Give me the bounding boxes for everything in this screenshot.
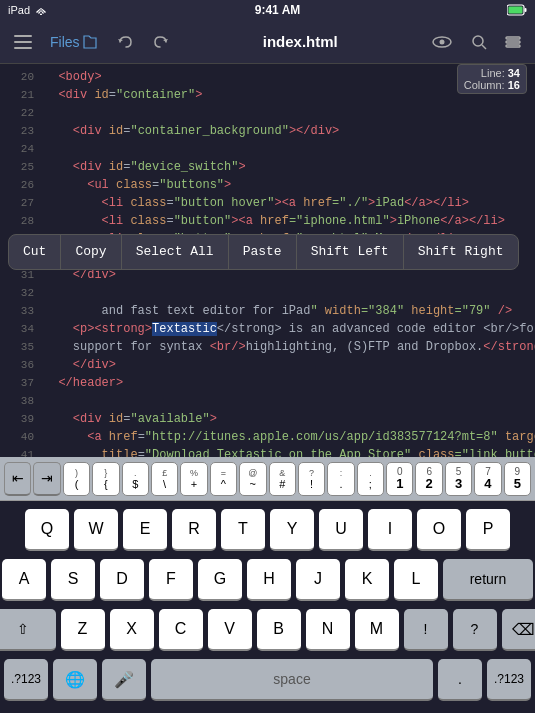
code-line: 32 bbox=[44, 284, 535, 302]
toolbar: Files index.html bbox=[0, 20, 535, 64]
key-j[interactable]: J bbox=[296, 559, 340, 601]
settings-button[interactable] bbox=[499, 30, 527, 54]
key-q[interactable]: Q bbox=[25, 509, 69, 551]
line-number: 28 bbox=[6, 212, 40, 230]
key-n[interactable]: N bbox=[306, 609, 350, 651]
num5-key[interactable]: 95 bbox=[504, 462, 531, 496]
context-menu: Cut Copy Select All Paste Shift Left Shi… bbox=[8, 234, 519, 270]
redo-button[interactable] bbox=[146, 30, 176, 54]
key-c[interactable]: C bbox=[159, 609, 203, 651]
line-number: 41 bbox=[6, 446, 40, 457]
caret-key[interactable]: =^ bbox=[210, 462, 237, 496]
key-h[interactable]: H bbox=[247, 559, 291, 601]
paren-key[interactable]: )( bbox=[63, 462, 90, 496]
key-d[interactable]: D bbox=[100, 559, 144, 601]
paste-button[interactable]: Paste bbox=[229, 235, 297, 269]
plus-key[interactable]: %+ bbox=[180, 462, 207, 496]
svg-rect-2 bbox=[524, 8, 526, 12]
tab-left-key[interactable]: ⇤ bbox=[4, 462, 31, 496]
num-switch-key-right[interactable]: .?123 bbox=[487, 659, 531, 701]
select-all-button[interactable]: Select All bbox=[122, 235, 229, 269]
emoji-key[interactable]: 🌐 bbox=[53, 659, 97, 701]
key-f[interactable]: F bbox=[149, 559, 193, 601]
line-content: and fast text editor for iPad" width="38… bbox=[44, 302, 535, 320]
tab-right-key[interactable]: ⇥ bbox=[33, 462, 60, 496]
code-line: 36 </div> bbox=[44, 356, 535, 374]
line-number: 36 bbox=[6, 356, 40, 374]
keyboard: Q W E R T Y U I O P A S D F G H J K L re… bbox=[0, 501, 535, 713]
undo-button[interactable] bbox=[110, 30, 140, 54]
num2-key[interactable]: 62 bbox=[415, 462, 442, 496]
copy-button[interactable]: Copy bbox=[61, 235, 121, 269]
keyboard-row-3: ⇧ Z X C V B N M ! ? ⌫ bbox=[4, 609, 531, 651]
files-button[interactable]: Files bbox=[44, 30, 104, 54]
line-number: 20 bbox=[6, 68, 40, 86]
sidebar-toggle-button[interactable] bbox=[8, 31, 38, 53]
wifi-icon bbox=[34, 5, 48, 15]
shift-left-button[interactable]: Shift Left bbox=[297, 235, 404, 269]
line-content: <ul class="buttons"> bbox=[44, 176, 535, 194]
code-line: 40 <a href="http://itunes.apple.com/us/a… bbox=[44, 428, 535, 446]
line-content bbox=[44, 140, 535, 158]
line-number: 34 bbox=[6, 320, 40, 338]
svg-rect-12 bbox=[506, 41, 520, 43]
code-line: 23 <div id="container_background"></div> bbox=[44, 122, 535, 140]
key-s[interactable]: S bbox=[51, 559, 95, 601]
dollar-key[interactable]: .$ bbox=[122, 462, 149, 496]
line-content: title="Download Textastic on the App Sto… bbox=[44, 446, 535, 457]
dot-bottom-key[interactable]: . bbox=[438, 659, 482, 701]
code-line: 27 <li class="button hover"><a href="./"… bbox=[44, 194, 535, 212]
line-content: <li class="button hover"><a href="./">iP… bbox=[44, 194, 535, 212]
cut-button[interactable]: Cut bbox=[9, 235, 61, 269]
key-l[interactable]: L bbox=[394, 559, 438, 601]
mic-key[interactable]: 🎤 bbox=[102, 659, 146, 701]
key-r[interactable]: R bbox=[172, 509, 216, 551]
line-content: <li class="button"><a href="iphone.html"… bbox=[44, 212, 535, 230]
num-switch-key[interactable]: .?123 bbox=[4, 659, 48, 701]
line-number: 33 bbox=[6, 302, 40, 320]
exclamation-key[interactable]: ! bbox=[404, 609, 448, 651]
key-u[interactable]: U bbox=[319, 509, 363, 551]
toolbar-right bbox=[425, 30, 527, 54]
code-line: 33 and fast text editor for iPad" width=… bbox=[44, 302, 535, 320]
code-editor[interactable]: 20 <body>21 <div id="container">2223 <di… bbox=[0, 64, 535, 457]
dot-key[interactable]: :. bbox=[327, 462, 354, 496]
key-g[interactable]: G bbox=[198, 559, 242, 601]
delete-key[interactable]: ⌫ bbox=[502, 609, 536, 651]
space-key[interactable]: space bbox=[151, 659, 433, 701]
shift-key[interactable]: ⇧ bbox=[0, 609, 56, 651]
key-b[interactable]: B bbox=[257, 609, 301, 651]
key-w[interactable]: W bbox=[74, 509, 118, 551]
key-m[interactable]: M bbox=[355, 609, 399, 651]
key-z[interactable]: Z bbox=[61, 609, 105, 651]
line-number: 35 bbox=[6, 338, 40, 356]
key-p[interactable]: P bbox=[466, 509, 510, 551]
search-button[interactable] bbox=[465, 30, 493, 54]
shift-right-button[interactable]: Shift Right bbox=[404, 235, 518, 269]
num3-key[interactable]: 53 bbox=[445, 462, 472, 496]
question-key[interactable]: ? bbox=[453, 609, 497, 651]
brace-key[interactable]: }{ bbox=[92, 462, 119, 496]
key-t[interactable]: T bbox=[221, 509, 265, 551]
key-y[interactable]: Y bbox=[270, 509, 314, 551]
line-number: 37 bbox=[6, 374, 40, 392]
svg-point-0 bbox=[40, 14, 42, 16]
tilde-key[interactable]: @~ bbox=[239, 462, 266, 496]
hash-key[interactable]: &# bbox=[269, 462, 296, 496]
excl-key[interactable]: ?! bbox=[298, 462, 325, 496]
key-a[interactable]: A bbox=[2, 559, 46, 601]
carrier-label: iPad bbox=[8, 4, 30, 16]
preview-button[interactable] bbox=[425, 31, 459, 53]
extra-keys-row: ⇤ ⇥ )( }{ .$ £\ %+ =^ @~ &# ?! :. .; 01 … bbox=[0, 457, 535, 501]
key-k[interactable]: K bbox=[345, 559, 389, 601]
key-x[interactable]: X bbox=[110, 609, 154, 651]
key-e[interactable]: E bbox=[123, 509, 167, 551]
key-v[interactable]: V bbox=[208, 609, 252, 651]
key-i[interactable]: I bbox=[368, 509, 412, 551]
return-key[interactable]: return bbox=[443, 559, 533, 601]
backslash-key[interactable]: £\ bbox=[151, 462, 178, 496]
key-o[interactable]: O bbox=[417, 509, 461, 551]
num4-key[interactable]: 74 bbox=[474, 462, 501, 496]
num1-key[interactable]: 01 bbox=[386, 462, 413, 496]
semicolon-key[interactable]: .; bbox=[357, 462, 384, 496]
